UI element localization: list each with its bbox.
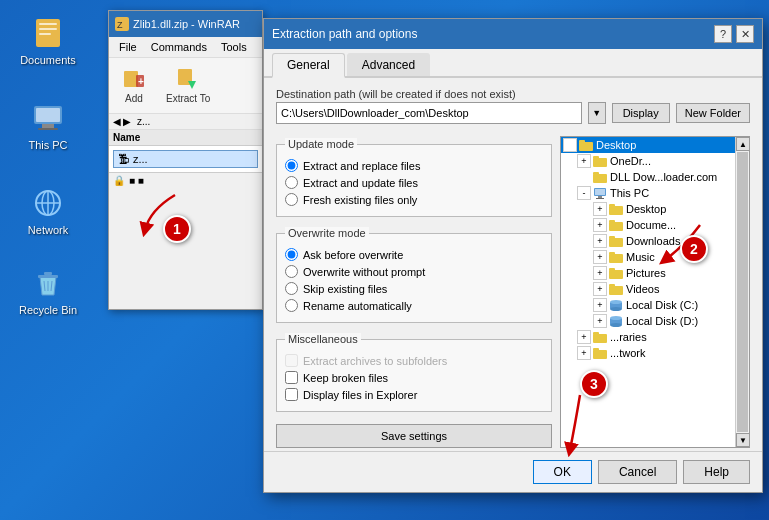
- desktop-icon-network[interactable]: Network: [18, 185, 78, 236]
- tree-expand-libraries[interactable]: +: [577, 330, 591, 344]
- svg-point-48: [610, 323, 622, 327]
- dialog-titlebar-buttons: ? ✕: [714, 25, 754, 43]
- computer-icon: [593, 187, 607, 199]
- tree-expand-desktop2[interactable]: +: [593, 202, 607, 216]
- dialog-close-btn[interactable]: ✕: [736, 25, 754, 43]
- folder-dll-icon: [593, 171, 607, 183]
- path-nav-back[interactable]: ◀: [113, 116, 121, 127]
- radio-rename-auto[interactable]: Rename automatically: [285, 297, 543, 314]
- tree-item-desktop2[interactable]: + Desktop: [561, 201, 735, 217]
- tree-item-onedrive[interactable]: + OneDr...: [561, 153, 735, 169]
- folder-desktop-icon: [579, 139, 593, 151]
- desktop-icon-thispc-label: This PC: [28, 139, 67, 151]
- tree-item-thispc[interactable]: - This PC: [561, 185, 735, 201]
- tree-expand-documents[interactable]: +: [593, 218, 607, 232]
- checkbox-extract-subfolders-label: Extract archives to subfolders: [303, 355, 447, 367]
- desktop-icon-thispc[interactable]: This PC: [18, 100, 78, 151]
- winrar-toolbar: + Add Extract To: [109, 58, 262, 114]
- winrar-path-bar: ◀ ▶ z...: [109, 114, 262, 130]
- tree-item-desktop[interactable]: + Desktop: [561, 137, 735, 153]
- desktop-icon-documents[interactable]: Documents: [18, 15, 78, 66]
- svg-rect-29: [598, 196, 602, 198]
- menu-tools[interactable]: Tools: [215, 39, 253, 55]
- dialog-help-btn[interactable]: ?: [714, 25, 732, 43]
- tree-expand-thispc[interactable]: -: [577, 186, 591, 200]
- radio-fresh-only-label: Fresh existing files only: [303, 194, 417, 206]
- tree-item-libraries[interactable]: + ...raries: [561, 329, 735, 345]
- scrollbar-up-btn[interactable]: ▲: [736, 137, 750, 151]
- tree-expand-videos[interactable]: +: [593, 282, 607, 296]
- new-folder-button[interactable]: New Folder: [676, 103, 750, 123]
- statusbar-text: ■ ■: [129, 175, 144, 186]
- svg-rect-24: [593, 156, 599, 159]
- svg-rect-33: [609, 222, 623, 231]
- file-row[interactable]: 🗜 z...: [113, 150, 258, 168]
- checkbox-display-explorer[interactable]: Display files in Explorer: [285, 386, 543, 403]
- tree-item-network[interactable]: + ...twork: [561, 345, 735, 361]
- svg-rect-16: [124, 71, 138, 87]
- scrollbar-thumb[interactable]: [737, 152, 748, 432]
- radio-skip-existing[interactable]: Skip existing files: [285, 280, 543, 297]
- menu-file[interactable]: File: [113, 39, 143, 55]
- tree-item-locald[interactable]: + Local Disk (D:): [561, 313, 735, 329]
- tree-expand-desktop[interactable]: +: [563, 138, 577, 152]
- checkbox-keep-broken-label: Keep broken files: [303, 372, 388, 384]
- scrollbar-down-btn[interactable]: ▼: [736, 433, 750, 447]
- checkbox-keep-broken[interactable]: Keep broken files: [285, 369, 543, 386]
- tree-scrollbar[interactable]: ▲ ▼: [735, 137, 749, 447]
- dest-path-input[interactable]: [276, 102, 582, 124]
- tree-item-documents[interactable]: + Docume...: [561, 217, 735, 233]
- checkbox-extract-subfolders[interactable]: Extract archives to subfolders: [285, 352, 543, 369]
- tree-expand-locald[interactable]: +: [593, 314, 607, 328]
- file-list-header: Name: [109, 130, 262, 146]
- radio-extract-replace[interactable]: Extract and replace files: [285, 157, 543, 174]
- folder-libraries-icon: [593, 331, 607, 343]
- desktop-icon-recyclebin-label: Recycle Bin: [19, 304, 77, 316]
- tree-expand-pictures[interactable]: +: [593, 266, 607, 280]
- toolbar-extract-btn[interactable]: Extract To: [157, 62, 219, 109]
- help-button[interactable]: Help: [683, 460, 750, 484]
- dialog-title: Extraction path and options: [272, 27, 417, 41]
- tree-item-localc[interactable]: + Local Disk (C:): [561, 297, 735, 313]
- tree-label-desktop: Desktop: [596, 139, 636, 151]
- radio-skip-existing-label: Skip existing files: [303, 283, 387, 295]
- svg-rect-2: [39, 28, 57, 30]
- tree-expand-network[interactable]: +: [577, 346, 591, 360]
- tree-expand-onedrive[interactable]: +: [577, 154, 591, 168]
- display-button[interactable]: Display: [612, 103, 670, 123]
- svg-rect-34: [609, 220, 615, 223]
- svg-rect-6: [42, 124, 54, 128]
- menu-commands[interactable]: Commands: [145, 39, 213, 55]
- folder-tree[interactable]: + Desktop +: [560, 136, 750, 448]
- folder-network-icon: [593, 347, 607, 359]
- ok-button[interactable]: OK: [533, 460, 592, 484]
- tab-advanced[interactable]: Advanced: [347, 53, 430, 76]
- desktop-icon-recyclebin[interactable]: Recycle Bin: [18, 265, 78, 316]
- svg-rect-30: [596, 198, 604, 199]
- radio-ask-before[interactable]: Ask before overwrite: [285, 246, 543, 263]
- tree-expand-music[interactable]: +: [593, 250, 607, 264]
- tab-bar: General Advanced: [264, 49, 762, 78]
- tree-item-dlldownloader[interactable]: DLL Dow...loader.com: [561, 169, 735, 185]
- tab-general[interactable]: General: [272, 53, 345, 78]
- svg-rect-38: [609, 252, 615, 255]
- update-mode-group: Update mode Extract and replace files Ex…: [276, 144, 552, 217]
- radio-fresh-only[interactable]: Fresh existing files only: [285, 191, 543, 208]
- radio-extract-update[interactable]: Extract and update files: [285, 174, 543, 191]
- save-settings-btn[interactable]: Save settings: [276, 424, 552, 448]
- tree-item-music[interactable]: + Music: [561, 249, 735, 265]
- tree-expand-localc[interactable]: +: [593, 298, 607, 312]
- tree-expand-downloads[interactable]: +: [593, 234, 607, 248]
- toolbar-add-btn[interactable]: + Add: [113, 62, 155, 109]
- tree-item-pictures[interactable]: + Pictures: [561, 265, 735, 281]
- dest-path-dropdown-btn[interactable]: ▼: [588, 102, 606, 124]
- tree-item-videos[interactable]: + Videos: [561, 281, 735, 297]
- tree-label-videos: Videos: [626, 283, 659, 295]
- path-nav-fwd[interactable]: ▶: [123, 116, 131, 127]
- tree-item-downloads[interactable]: + Downloads: [561, 233, 735, 249]
- cancel-button[interactable]: Cancel: [598, 460, 677, 484]
- radio-overwrite-without[interactable]: Overwrite without prompt: [285, 263, 543, 280]
- tree-label-libraries: ...raries: [610, 331, 647, 343]
- statusbar-icon: 🔒: [113, 175, 125, 186]
- svg-text:Z: Z: [117, 20, 123, 30]
